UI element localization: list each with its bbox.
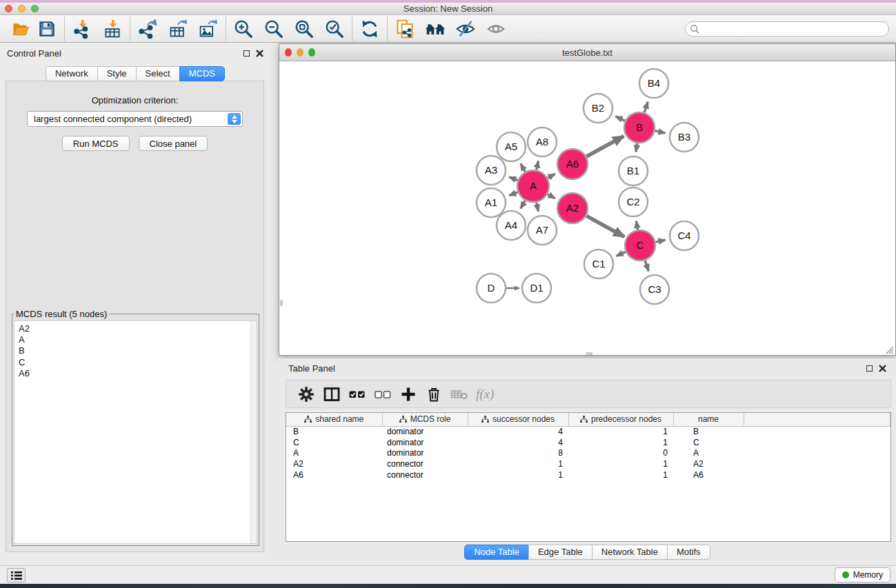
tab-select[interactable]: Select — [136, 66, 180, 81]
table-cell[interactable]: 1 — [568, 458, 673, 469]
close-network-button[interactable] — [285, 48, 292, 57]
edge-A-A6[interactable] — [548, 174, 555, 178]
table-cell[interactable]: dominator — [382, 426, 468, 437]
float-panel-icon[interactable] — [866, 365, 873, 372]
select-all-icon[interactable] — [344, 383, 370, 406]
table-cell[interactable]: 1 — [568, 437, 673, 448]
edge-C-C3[interactable] — [645, 261, 648, 272]
import-table-icon[interactable] — [101, 17, 123, 41]
import-network-icon[interactable] — [71, 17, 93, 41]
edge-A-A7[interactable] — [537, 203, 539, 212]
column-header-mcds-role[interactable]: MCDS role — [382, 413, 468, 426]
edge-A-A3[interactable] — [509, 177, 517, 181]
add-column-icon[interactable] — [395, 383, 421, 406]
edge-B-B1[interactable] — [636, 143, 637, 152]
table-cell[interactable]: connector — [382, 458, 468, 469]
network-window-titlebar[interactable]: testGlobe.txt — [279, 44, 895, 61]
export-network-icon[interactable] — [137, 17, 159, 41]
table-cell[interactable]: dominator — [382, 448, 468, 459]
tab-network[interactable]: Network — [46, 66, 98, 81]
mcds-result-item[interactable]: A6 — [14, 368, 257, 379]
task-history-button[interactable] — [7, 568, 26, 582]
export-table-icon[interactable] — [167, 17, 189, 41]
deselect-all-icon[interactable] — [370, 383, 395, 406]
minimize-network-button[interactable] — [297, 48, 303, 57]
float-panel-icon[interactable] — [243, 50, 250, 57]
network-canvas[interactable]: B4B2BB3B1A6A5A8A3AA1C2A2A4A7CC4C1C3DD1 — [280, 62, 895, 355]
close-panel-icon[interactable] — [879, 365, 886, 372]
column-header-successor-nodes[interactable]: successor nodes — [468, 413, 568, 426]
zoom-window-button[interactable] — [31, 5, 39, 12]
mcds-result-item[interactable]: A2 — [14, 323, 257, 334]
open-folder-icon[interactable] — [10, 17, 32, 41]
edge-A-A5[interactable] — [521, 163, 526, 172]
show-graphics-icon[interactable] — [485, 17, 507, 41]
criterion-dropdown[interactable]: largest connected component (directed) — [27, 111, 243, 127]
table-cell[interactable]: A — [286, 448, 382, 459]
edge-A-A4[interactable] — [521, 201, 526, 209]
export-image-icon[interactable] — [197, 17, 219, 41]
mcds-result-item[interactable]: B — [14, 345, 257, 356]
zoom-out-icon[interactable] — [263, 17, 285, 41]
table-cell[interactable]: B — [673, 426, 744, 437]
duplicate-network-icon[interactable] — [394, 17, 416, 41]
delete-column-icon[interactable] — [421, 383, 446, 406]
edge-A2-C[interactable] — [586, 216, 624, 236]
close-window-button[interactable] — [5, 5, 12, 12]
table-cell[interactable]: A — [673, 448, 744, 459]
save-icon[interactable] — [36, 17, 58, 41]
edge-C-C1[interactable] — [617, 252, 626, 256]
tab-motifs[interactable]: Motifs — [667, 545, 710, 560]
hide-graphics-icon[interactable] — [455, 17, 477, 41]
mcds-result-list[interactable]: A2ABCA6 — [14, 321, 257, 544]
table-cell[interactable]: 1 — [568, 426, 673, 437]
table-cell[interactable]: 1 — [468, 458, 568, 469]
settings-gear-icon[interactable] — [293, 383, 319, 406]
memory-button[interactable]: Memory — [835, 567, 890, 582]
minimize-window-button[interactable] — [18, 5, 26, 12]
table-cell[interactable]: A6 — [286, 469, 382, 480]
resize-grip-icon[interactable] — [884, 345, 894, 354]
close-panel-icon[interactable] — [256, 50, 263, 57]
run-mcds-button[interactable]: Run MCDS — [62, 136, 130, 151]
tab-network-table[interactable]: Network Table — [592, 545, 668, 560]
table-cell[interactable]: 0 — [568, 448, 673, 459]
tab-edge-table[interactable]: Edge Table — [528, 545, 593, 560]
table-row[interactable]: Adominator80A — [286, 448, 890, 459]
edge-C-C2[interactable] — [636, 221, 637, 230]
mcds-result-item[interactable]: A — [14, 334, 257, 345]
edge-A-A2[interactable] — [548, 194, 555, 199]
column-header-name[interactable]: name — [673, 413, 744, 426]
column-header-shared-name[interactable]: shared name — [286, 413, 382, 426]
table-cell[interactable]: 4 — [468, 426, 568, 437]
zoom-fit-icon[interactable] — [293, 17, 315, 41]
table-cell[interactable]: C — [673, 437, 744, 448]
edge-B-B2[interactable] — [615, 116, 625, 121]
table-cell[interactable]: 8 — [468, 448, 568, 459]
table-cell[interactable]: C — [286, 437, 382, 448]
table-cell[interactable]: 1 — [468, 469, 568, 480]
table-cell[interactable]: 1 — [568, 469, 673, 480]
table-row[interactable]: Bdominator41B — [286, 426, 890, 437]
edge-A6-B[interactable] — [586, 136, 624, 157]
table-cell[interactable]: connector — [382, 469, 468, 480]
refresh-icon[interactable] — [359, 17, 381, 41]
tab-style[interactable]: Style — [97, 66, 137, 81]
tab-node-table[interactable]: Node Table — [464, 545, 529, 560]
column-header-predecessor-nodes[interactable]: predecessor nodes — [568, 413, 673, 426]
close-panel-button[interactable]: Close panel — [139, 136, 208, 151]
zoom-in-icon[interactable] — [232, 17, 255, 41]
table-cell[interactable]: B — [286, 426, 382, 437]
list-scrollbar[interactable] — [250, 321, 257, 543]
table-cell[interactable]: A2 — [286, 458, 382, 469]
column-layout-icon[interactable] — [319, 383, 344, 406]
table-cell[interactable]: A6 — [673, 469, 744, 480]
search-input[interactable] — [702, 23, 883, 35]
node-table[interactable]: shared nameMCDS rolesuccessor nodesprede… — [286, 412, 891, 542]
zoom-selected-icon[interactable] — [323, 17, 346, 41]
table-row[interactable]: Cdominator41C — [286, 437, 890, 448]
edge-A-A1[interactable] — [509, 192, 518, 196]
mcds-result-item[interactable]: C — [14, 357, 257, 368]
table-cell[interactable]: 4 — [468, 437, 568, 448]
tab-mcds[interactable]: MCDS — [179, 66, 225, 81]
